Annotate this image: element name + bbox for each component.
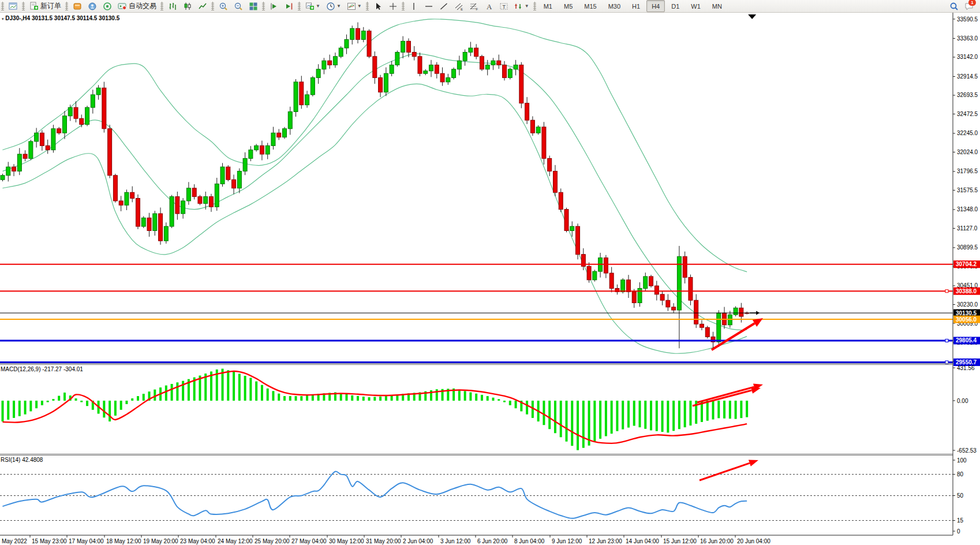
- price-tick-label: 31127.0: [957, 225, 978, 232]
- crosshair-button[interactable]: [386, 0, 400, 12]
- indicators-button[interactable]: ▼: [303, 0, 323, 12]
- indicators-button-glyph: [305, 2, 315, 11]
- fibonacci-button[interactable]: F: [467, 0, 481, 12]
- toolbar-grip[interactable]: [160, 2, 163, 10]
- candle: [435, 65, 439, 74]
- chart-window-icon[interactable]: [6, 0, 20, 12]
- mql5-community-icon[interactable]: [85, 0, 99, 12]
- tf-h1-button[interactable]: H1: [627, 0, 645, 12]
- autotrading-button-label: 自动交易: [129, 1, 156, 11]
- candle: [12, 167, 16, 171]
- candle: [243, 158, 247, 171]
- zoom-out-button[interactable]: [231, 0, 245, 12]
- toolbar-grip[interactable]: [533, 2, 536, 10]
- autotrading-button[interactable]: 自动交易: [115, 0, 159, 12]
- chevron-down-icon[interactable]: ▼: [357, 3, 362, 9]
- tf-m30-button-label: M30: [605, 3, 623, 10]
- trend-arrows[interactable]: [693, 318, 763, 480]
- candle: [198, 197, 202, 204]
- chart-canvas[interactable]: 33590.533363.033142.032914.532693.532472…: [0, 13, 980, 545]
- vertical-line-button[interactable]: [407, 0, 421, 12]
- text-button-glyph: A: [484, 2, 493, 11]
- tf-d1-button[interactable]: D1: [666, 0, 684, 12]
- time-tick-label: 31 May 20:00: [366, 538, 401, 544]
- toolbar-grip[interactable]: [1, 2, 4, 10]
- tf-m30-button[interactable]: M30: [603, 0, 626, 12]
- tile-windows-button[interactable]: [246, 0, 260, 12]
- notifications-button[interactable]: 1: [962, 0, 976, 12]
- candle: [119, 201, 123, 205]
- candle: [164, 226, 168, 241]
- candle: [536, 127, 540, 133]
- pane-separators[interactable]: [0, 13, 953, 535]
- new-order-button[interactable]: 新订单: [27, 0, 63, 12]
- trendline-button[interactable]: [437, 0, 451, 12]
- search-button-glyph: [949, 2, 959, 11]
- time-tick-label: 24 May 12:00: [218, 538, 253, 544]
- toolbar-grip[interactable]: [366, 2, 369, 10]
- candle: [136, 199, 140, 227]
- tf-m1-button[interactable]: M1: [538, 0, 558, 12]
- candle: [237, 171, 241, 188]
- candle: [125, 192, 129, 205]
- text-label-button-glyph: T: [499, 2, 508, 11]
- time-tick-label: 30 May 12:00: [329, 538, 364, 544]
- auto-scroll-button[interactable]: [267, 0, 281, 12]
- tf-m15-button-label: M15: [581, 3, 599, 10]
- tf-mn-button[interactable]: MN: [707, 0, 727, 12]
- signals-icon-glyph: [103, 2, 112, 11]
- chevron-down-icon[interactable]: ▼: [316, 3, 320, 9]
- chart-window[interactable]: ▾ DJ30-,H4 30131.5 30147.5 30114.5 30130…: [0, 13, 980, 545]
- candle: [503, 65, 507, 78]
- signals-icon[interactable]: [100, 0, 114, 12]
- horizontal-level-lines[interactable]: [0, 264, 953, 364]
- text-label-button[interactable]: T: [497, 0, 511, 12]
- tf-h4-button[interactable]: H4: [646, 0, 665, 12]
- candle: [530, 120, 534, 133]
- candle: [186, 188, 190, 201]
- toolbar-grip[interactable]: [65, 2, 68, 10]
- candle: [621, 280, 625, 292]
- arrows-button-glyph: [514, 2, 523, 11]
- rsi-pane: [0, 472, 953, 521]
- text-button[interactable]: A: [482, 0, 496, 12]
- cursor-button[interactable]: [371, 0, 385, 12]
- price-axis[interactable]: 33590.533363.033142.032914.532693.532472…: [953, 16, 980, 535]
- candle: [170, 197, 174, 227]
- line-handle: [945, 339, 948, 342]
- horizontal-line-button[interactable]: [422, 0, 436, 12]
- chevron-down-icon[interactable]: ▼: [525, 3, 529, 9]
- tf-m15-button[interactable]: M15: [579, 0, 601, 12]
- candle: [294, 82, 298, 112]
- notifications-button-glyph: 1: [964, 2, 974, 11]
- candle: [373, 57, 377, 78]
- toolbar-grip[interactable]: [298, 2, 301, 10]
- toolbar-grip[interactable]: [402, 2, 405, 10]
- price-tick-label: 31796.5: [957, 168, 978, 174]
- time-axis[interactable]: 13 May 202215 May 23:0017 May 04:0018 Ma…: [0, 535, 770, 544]
- time-tick-label: 3 Jun 12:00: [440, 538, 471, 544]
- candlestick-button[interactable]: [181, 0, 194, 12]
- chart-shift-button[interactable]: [282, 0, 296, 12]
- equidistant-channel-button[interactable]: E: [452, 0, 466, 12]
- bar-chart-button[interactable]: [166, 0, 179, 12]
- toolbar-grip[interactable]: [22, 2, 25, 10]
- rsi-scale-label: 80: [957, 471, 964, 477]
- tf-m5-button[interactable]: M5: [559, 0, 578, 12]
- toolbar-grip[interactable]: [211, 2, 214, 10]
- zoom-in-button[interactable]: [216, 0, 230, 12]
- candle: [694, 300, 698, 324]
- search-button[interactable]: [947, 0, 961, 12]
- chevron-down-icon[interactable]: ▼: [336, 3, 341, 9]
- arrows-button[interactable]: ▼: [512, 0, 532, 12]
- candle: [649, 277, 653, 286]
- mql5-market-icon[interactable]: [70, 0, 84, 12]
- line-chart-button[interactable]: [196, 0, 210, 12]
- price-tick-label: 31348.0: [957, 206, 978, 212]
- price-tick-label: 32693.5: [957, 92, 978, 98]
- tf-w1-button[interactable]: W1: [686, 0, 706, 12]
- periods-button[interactable]: ▼: [324, 0, 343, 12]
- templates-button[interactable]: ▼: [345, 0, 364, 12]
- rsi-scale-label: 50: [957, 492, 964, 499]
- toolbar-grip[interactable]: [262, 2, 265, 10]
